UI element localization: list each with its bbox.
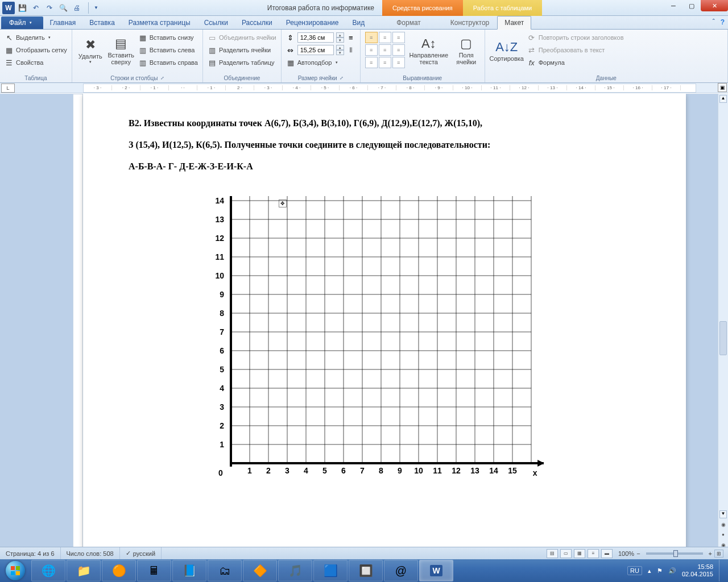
scroll-thumb[interactable]	[719, 321, 727, 355]
prev-page-icon[interactable]: ◉	[719, 522, 727, 530]
zoom-fit-icon[interactable]: ⊞	[714, 550, 723, 558]
task-mail[interactable]: @	[384, 560, 418, 581]
align-mid-center[interactable]: ≡	[379, 44, 391, 56]
insert-above-button[interactable]: ▤Вставить сверху	[107, 32, 135, 70]
properties-button[interactable]: ☰Свойства	[5, 57, 67, 68]
view-gridlines-button[interactable]: ▦Отобразить сетку	[5, 44, 67, 56]
redo-icon[interactable]: ↷	[43, 2, 56, 14]
height-down[interactable]: ▼	[336, 38, 344, 43]
task-app4[interactable]: 🟦	[313, 560, 348, 581]
align-bot-left[interactable]: ≡	[365, 57, 378, 68]
insert-below-button[interactable]: ▦Вставить снизу	[138, 32, 198, 43]
tab-review[interactable]: Рецензирование	[279, 16, 346, 29]
show-desktop-button[interactable]	[719, 560, 723, 581]
zoom-thumb[interactable]	[673, 550, 678, 557]
task-ie[interactable]: 🌐	[31, 560, 65, 581]
sort-button[interactable]: A↓ZСортировка	[490, 32, 524, 70]
scroll-down-icon[interactable]: ▼	[719, 510, 727, 518]
save-icon[interactable]: 💾	[16, 2, 28, 14]
task-app2[interactable]: 🗂	[208, 560, 242, 581]
task-vlc[interactable]: 🔶	[243, 560, 277, 581]
width-up[interactable]: ▲	[336, 45, 344, 50]
distribute-cols-icon[interactable]: ⫴	[346, 45, 355, 55]
tab-page-layout[interactable]: Разметка страницы	[122, 16, 197, 29]
tab-selector[interactable]: L	[1, 84, 15, 93]
tab-format-drawing[interactable]: Формат	[388, 16, 429, 29]
split-cells-button[interactable]: ▥Разделить ячейки	[208, 44, 276, 56]
select-button[interactable]: ↖Выделить▾	[5, 32, 67, 43]
zoom-slider[interactable]	[646, 552, 703, 555]
insert-left-button[interactable]: ▥Вставить слева	[138, 44, 198, 56]
browse-object-icon[interactable]: ●	[719, 532, 727, 540]
preview-icon[interactable]: 🔍	[57, 2, 69, 14]
tab-table-layout[interactable]: Макет	[497, 16, 531, 30]
tab-home[interactable]: Главная	[43, 16, 83, 29]
task-browser[interactable]: 🟠	[102, 560, 136, 581]
split-table-button[interactable]: ▤Разделить таблицу	[208, 57, 276, 68]
tray-show-hidden-icon[interactable]: ▴	[648, 567, 651, 575]
start-button[interactable]	[0, 559, 31, 582]
cell-size-launcher[interactable]: ⤢	[340, 76, 344, 81]
scroll-up-icon[interactable]: ▲	[719, 95, 727, 103]
width-down[interactable]: ▼	[336, 50, 344, 55]
tab-mailings[interactable]: Рассылки	[235, 16, 279, 29]
view-draft[interactable]: ▬	[601, 549, 613, 558]
tab-table-design[interactable]: Конструктор	[442, 16, 497, 29]
help-icon[interactable]: ?	[721, 18, 725, 26]
minimize-ribbon-icon[interactable]: ˆ	[713, 18, 715, 26]
insert-right-button[interactable]: ▥Вставить справа	[138, 57, 198, 68]
tab-references[interactable]: Ссылки	[197, 16, 235, 29]
view-fullscreen[interactable]: ▭	[560, 549, 572, 558]
formula-button[interactable]: fxФормула	[527, 57, 624, 68]
file-tab[interactable]: Файл	[1, 16, 43, 29]
tab-view[interactable]: Вид	[345, 16, 371, 29]
status-word-count[interactable]: Число слов: 508	[61, 547, 120, 559]
align-mid-right[interactable]: ≡	[392, 44, 405, 56]
cell-margins-button[interactable]: ▢Поля ячейки	[453, 32, 480, 70]
ruler-toggle-icon[interactable]: ▣	[718, 83, 727, 92]
undo-icon[interactable]: ↶	[30, 2, 42, 14]
tray-volume-icon[interactable]: 🔊	[668, 567, 676, 575]
task-word[interactable]: W	[419, 560, 453, 581]
task-explorer[interactable]: 📁	[67, 560, 101, 581]
view-web[interactable]: ▦	[574, 549, 585, 558]
status-page[interactable]: Страница: 4 из 6	[0, 547, 61, 559]
tray-flag-icon[interactable]: ⚑	[657, 567, 663, 575]
align-top-right[interactable]: ≡	[392, 32, 405, 43]
task-app3[interactable]: 🎵	[278, 560, 312, 581]
vertical-ruler[interactable]	[73, 94, 83, 552]
view-print-layout[interactable]: ▤	[547, 549, 558, 558]
align-top-left[interactable]: ≡	[365, 32, 378, 43]
status-language[interactable]: ✓русский	[120, 547, 162, 559]
align-bot-center[interactable]: ≡	[379, 57, 391, 68]
zoom-out-icon[interactable]: −	[636, 550, 640, 557]
task-app5[interactable]: 🔲	[349, 560, 383, 581]
align-top-center[interactable]: ≡	[379, 32, 391, 43]
tab-insert[interactable]: Вставка	[82, 16, 122, 29]
row-height-input[interactable]	[297, 32, 334, 43]
col-width-input[interactable]	[297, 45, 334, 55]
zoom-in-icon[interactable]: +	[709, 550, 712, 557]
coordinate-grid[interactable]: 1234567891011121314151234567891011121314…	[202, 196, 544, 486]
tray-clock[interactable]: 15:58 02.04.2015	[682, 563, 713, 578]
height-up[interactable]: ▲	[336, 32, 344, 38]
rows-cols-launcher[interactable]: ⤢	[160, 76, 164, 81]
close-button[interactable]: ✕	[701, 0, 728, 11]
distribute-rows-icon[interactable]: ≡	[346, 34, 355, 42]
view-outline[interactable]: ≡	[588, 549, 599, 558]
autofit-button[interactable]: ▦Автоподбор▾	[286, 57, 355, 68]
text-direction-button[interactable]: A↕Направление текста	[408, 32, 449, 70]
task-calc[interactable]: 🖩	[137, 560, 171, 581]
horizontal-ruler[interactable]: · 3 ·· 2 ·· 1 ·· ·· 1 ·2 ·· 3 ·· 4 ·· 5 …	[83, 84, 696, 93]
vertical-scrollbar[interactable]: ▲ ▼ ◉ ● ◉	[718, 94, 728, 552]
delete-button[interactable]: ✖Удалить▾	[77, 32, 104, 70]
align-bot-right[interactable]: ≡	[392, 57, 405, 68]
maximize-button[interactable]: ▢	[682, 0, 701, 11]
minimize-button[interactable]: ─	[664, 0, 682, 11]
print-icon[interactable]: 🖨	[71, 2, 83, 14]
qat-customize-icon[interactable]: ▼	[90, 2, 102, 14]
align-mid-left[interactable]: ≡	[365, 44, 378, 56]
task-app1[interactable]: 📘	[172, 560, 206, 581]
zoom-level[interactable]: 100%	[618, 550, 634, 557]
document-page[interactable]: В2. Известны координаты точек А(6,7), Б(…	[83, 94, 686, 552]
